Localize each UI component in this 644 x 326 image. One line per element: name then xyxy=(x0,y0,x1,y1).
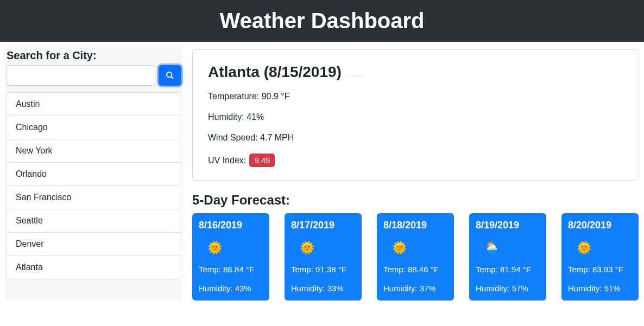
forecast-date: 8/16/2019 xyxy=(199,220,263,231)
search-icon xyxy=(166,71,174,80)
search-label: Search for a City: xyxy=(7,49,182,62)
forecast-humidity: Humidity: 33% xyxy=(291,284,355,293)
current-temperature: Temperature: 90.9 °F xyxy=(208,92,623,101)
forecast-date: 8/17/2019 xyxy=(291,220,355,231)
search-button[interactable] xyxy=(159,65,181,86)
main-panel: Atlanta (8/15/2019) ☁️ Temperature: 90.9… xyxy=(192,47,639,301)
forecast-humidity: Humidity: 43% xyxy=(199,284,263,293)
forecast-temp: Temp: 91.38 °F xyxy=(291,265,355,274)
sidebar: Search for a City: Austin Chicago New Yo… xyxy=(5,47,182,301)
search-input[interactable] xyxy=(7,65,155,86)
rain-sun-icon: 🌦️ xyxy=(476,241,540,255)
cloud-icon: ☁️ xyxy=(347,63,366,81)
sunny-icon: 🌞 xyxy=(568,241,632,255)
svg-line-1 xyxy=(171,76,173,79)
uv-label: UV Index: xyxy=(208,156,246,165)
svg-point-0 xyxy=(167,72,172,77)
forecast-title: 5-Day Forecast: xyxy=(192,193,639,208)
forecast-date: 8/20/2019 xyxy=(568,220,632,231)
history-item[interactable]: Seattle xyxy=(7,209,181,233)
history-list: Austin Chicago New York Orlando San Fran… xyxy=(7,92,181,279)
forecast-date: 8/18/2019 xyxy=(383,220,447,231)
history-item[interactable]: Chicago xyxy=(7,116,181,139)
history-item[interactable]: New York xyxy=(7,139,181,163)
sunny-icon: 🌞 xyxy=(291,241,355,255)
history-item[interactable]: Atlanta xyxy=(7,256,181,279)
page-title: Weather Dashboard xyxy=(0,9,644,33)
forecast-humidity: Humidity: 37% xyxy=(383,284,447,293)
uv-badge: 9.49 xyxy=(249,154,275,167)
forecast-temp: Temp: 81.94 °F xyxy=(476,265,540,274)
forecast-card: 8/16/2019 🌞 Temp: 86.84 °F Humidity: 43% xyxy=(192,213,269,301)
forecast-card: 8/19/2019 🌦️ Temp: 81.94 °F Humidity: 57… xyxy=(469,213,546,301)
forecast-humidity: Humidity: 51% xyxy=(568,284,632,293)
sunny-icon: 🌞 xyxy=(383,241,447,255)
history-item[interactable]: Denver xyxy=(7,233,181,256)
sunny-icon: 🌞 xyxy=(199,241,263,255)
forecast-date: 8/19/2019 xyxy=(476,220,540,231)
current-city-date: Atlanta (8/15/2019) xyxy=(208,63,342,81)
forecast-card: 8/18/2019 🌞 Temp: 88.46 °F Humidity: 37% xyxy=(377,213,454,301)
forecast-temp: Temp: 83.93 °F xyxy=(568,265,632,274)
current-weather-card: Atlanta (8/15/2019) ☁️ Temperature: 90.9… xyxy=(192,49,639,181)
forecast-temp: Temp: 86.84 °F xyxy=(199,265,263,274)
forecast-row: 8/16/2019 🌞 Temp: 86.84 °F Humidity: 43%… xyxy=(192,213,639,301)
current-wind: Wind Speed: 4.7 MPH xyxy=(208,133,623,143)
current-humidity: Humidity: 41% xyxy=(208,112,623,122)
history-item[interactable]: Orlando xyxy=(7,163,181,186)
page-header: Weather Dashboard xyxy=(0,0,644,42)
forecast-temp: Temp: 88.46 °F xyxy=(383,265,447,274)
history-item[interactable]: Austin xyxy=(7,93,181,116)
forecast-card: 8/20/2019 🌞 Temp: 83.93 °F Humidity: 51% xyxy=(561,213,639,301)
forecast-card: 8/17/2019 🌞 Temp: 91.38 °F Humidity: 33% xyxy=(285,213,362,301)
history-item[interactable]: San Francisco xyxy=(7,186,181,209)
forecast-humidity: Humidity: 57% xyxy=(476,284,540,293)
